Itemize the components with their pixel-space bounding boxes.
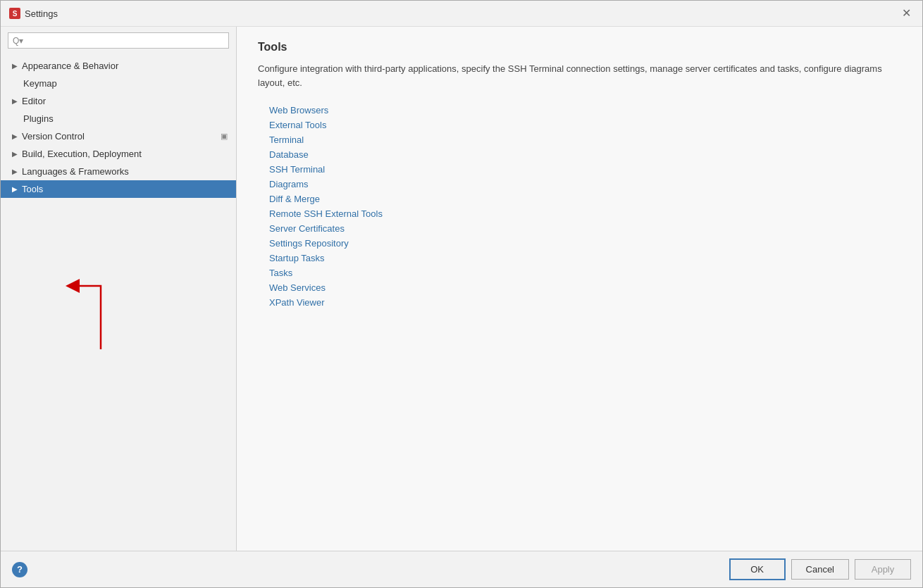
tool-link-terminal[interactable]: Terminal [269, 133, 901, 146]
sidebar-item-editor[interactable]: ▶ Editor [1, 92, 236, 110]
sidebar-item-label: Plugins [23, 113, 54, 124]
tool-link-startup-tasks[interactable]: Startup Tasks [269, 251, 901, 265]
sidebar-item-label: Languages & Frameworks [22, 166, 129, 177]
sidebar-item-appearance[interactable]: ▶ Appearance & Behavior [1, 57, 236, 75]
tools-list: Web Browsers External Tools Terminal Dat… [258, 104, 901, 309]
sidebar-item-label: Version Control [22, 131, 85, 142]
tool-link-server-certs[interactable]: Server Certificates [269, 222, 901, 235]
title-bar-left: S Settings [9, 8, 58, 19]
tool-link-remote-ssh[interactable]: Remote SSH External Tools [269, 207, 901, 220]
cancel-button[interactable]: Cancel [791, 559, 849, 580]
search-wrapper[interactable]: Q▾ [8, 32, 229, 49]
sidebar-item-plugins[interactable]: Plugins [1, 110, 236, 127]
tool-link-xpath-viewer[interactable]: XPath Viewer [269, 296, 901, 309]
chevron-icon: ▶ [12, 150, 18, 158]
tool-link-web-services[interactable]: Web Services [269, 281, 901, 294]
panel-title: Tools [258, 41, 901, 54]
bottom-right-buttons: OK Cancel Apply [729, 558, 911, 580]
chevron-icon: ▶ [12, 97, 18, 105]
sidebar: Q▾ ▶ Appearance & Behavior Keymap ▶ Edit… [1, 27, 237, 551]
search-box: Q▾ [8, 32, 229, 49]
sidebar-item-version-control[interactable]: ▶ Version Control ▣ [1, 127, 236, 145]
sidebar-item-tools[interactable]: ▶ Tools [1, 180, 236, 198]
tool-link-diff-merge[interactable]: Diff & Merge [269, 192, 901, 206]
tool-link-external-tools[interactable]: External Tools [269, 118, 901, 132]
help-button[interactable]: ? [12, 562, 27, 577]
search-input[interactable] [26, 35, 224, 46]
sidebar-item-build[interactable]: ▶ Build, Execution, Deployment [1, 145, 236, 163]
sidebar-item-label: Tools [22, 184, 43, 194]
tool-link-web-browsers[interactable]: Web Browsers [269, 104, 901, 117]
dialog-title: Settings [25, 8, 58, 19]
sidebar-item-label: Keymap [23, 78, 57, 89]
chevron-icon: ▶ [12, 185, 18, 193]
sidebar-item-keymap[interactable]: Keymap [1, 75, 236, 92]
tool-link-settings-repo[interactable]: Settings Repository [269, 237, 901, 250]
settings-dialog: S Settings ✕ Q▾ ▶ Appearance & Behavior [0, 0, 923, 588]
sidebar-item-label: Appearance & Behavior [22, 61, 118, 71]
bottom-bar: ? OK Cancel Apply [1, 551, 922, 587]
main-content: Q▾ ▶ Appearance & Behavior Keymap ▶ Edit… [1, 27, 922, 551]
sidebar-item-label: Build, Execution, Deployment [22, 149, 142, 159]
panel-description: Configure integration with third-party a… [258, 62, 892, 89]
nav-list: ▶ Appearance & Behavior Keymap ▶ Editor … [1, 54, 236, 551]
app-icon: S [9, 8, 20, 19]
sidebar-item-label: Editor [22, 96, 46, 106]
chevron-icon: ▶ [12, 132, 18, 140]
chevron-icon: ▶ [12, 168, 18, 175]
tool-link-ssh-terminal[interactable]: SSH Terminal [269, 163, 901, 176]
tool-link-database[interactable]: Database [269, 148, 901, 161]
sidebar-item-languages[interactable]: ▶ Languages & Frameworks [1, 163, 236, 180]
vc-status-icon: ▣ [221, 132, 228, 141]
search-icon: Q▾ [13, 36, 23, 46]
right-panel: Tools Configure integration with third-p… [237, 27, 922, 551]
close-button[interactable]: ✕ [899, 6, 914, 20]
ok-button[interactable]: OK [729, 558, 786, 580]
chevron-icon: ▶ [12, 62, 18, 70]
title-bar: S Settings ✕ [1, 1, 922, 27]
tool-link-diagrams[interactable]: Diagrams [269, 177, 901, 191]
tool-link-tasks[interactable]: Tasks [269, 266, 901, 280]
apply-button[interactable]: Apply [855, 559, 911, 580]
